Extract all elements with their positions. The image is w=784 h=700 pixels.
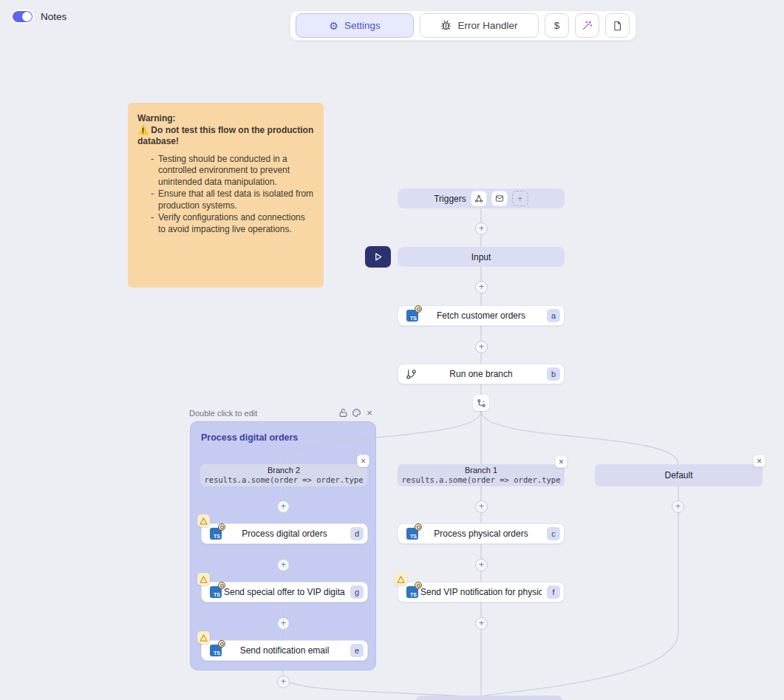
branch-label: Branch 2 bbox=[267, 466, 300, 475]
add-step-button[interactable] bbox=[277, 676, 290, 688]
step-label: Process digital orders bbox=[224, 529, 345, 539]
flow-toolbar: ⚙ Settings Error Handler $ bbox=[290, 10, 636, 41]
group-hint-label: Double click to edit bbox=[189, 409, 257, 418]
typescript-icon: TS bbox=[406, 310, 418, 322]
step-send-vip-notification[interactable]: TS Send VIP notification for physical...… bbox=[398, 582, 565, 602]
step-fetch-customer-orders[interactable]: TS Fetch customer orders a bbox=[398, 305, 565, 326]
add-trigger-button[interactable] bbox=[512, 191, 528, 206]
remove-branch-button[interactable] bbox=[357, 455, 369, 467]
typescript-icon: TS bbox=[210, 528, 222, 540]
ai-assistant-button[interactable] bbox=[575, 13, 599, 38]
note-bullet: Verify configurations and connections to… bbox=[151, 212, 314, 235]
webhook-trigger-icon[interactable] bbox=[471, 191, 487, 206]
group-process-digital-orders[interactable]: Process digital orders bbox=[190, 421, 376, 670]
branch-split-icon[interactable] bbox=[473, 395, 489, 411]
typescript-icon: TS bbox=[210, 586, 222, 598]
error-handler-button[interactable]: Error Handler bbox=[420, 13, 539, 38]
notes-toggle[interactable] bbox=[13, 11, 33, 22]
git-branch-icon bbox=[406, 369, 417, 380]
note-alert: ⚠️ Do not test this flow on the producti… bbox=[137, 125, 313, 147]
settings-button[interactable]: ⚙ Settings bbox=[296, 13, 414, 38]
step-id-badge: g bbox=[350, 585, 364, 599]
step-label: Send notification email bbox=[224, 645, 345, 656]
lock-open-icon[interactable] bbox=[336, 408, 350, 418]
step-id-badge: a bbox=[547, 309, 560, 322]
add-step-button[interactable] bbox=[475, 281, 488, 293]
toggle-knob bbox=[22, 12, 32, 21]
gear-icon: ⚙ bbox=[329, 21, 338, 31]
note-bullet: Testing should be conducted in a control… bbox=[151, 154, 314, 188]
flow-canvas: Notes ⚙ Settings Error Handler $ bbox=[0, 0, 784, 700]
settings-button-label: Settings bbox=[344, 20, 381, 31]
typescript-icon: TS bbox=[406, 528, 418, 540]
palette-icon[interactable] bbox=[350, 408, 363, 418]
input-node-label: Input bbox=[471, 252, 491, 262]
add-step-button[interactable] bbox=[475, 559, 488, 571]
add-step-button[interactable] bbox=[475, 222, 488, 235]
step-label: Send VIP notification for physical... bbox=[420, 587, 542, 597]
branch-expression: results.a.some(order => order.type bbox=[205, 475, 364, 485]
bug-icon bbox=[440, 20, 451, 31]
close-icon[interactable]: × bbox=[363, 407, 376, 418]
add-step-button[interactable] bbox=[475, 617, 488, 630]
note-title: Warning: bbox=[137, 113, 176, 123]
warning-triangle-icon[interactable] bbox=[197, 631, 210, 644]
step-label: Run one branch bbox=[420, 369, 542, 379]
branch2-node[interactable]: Branch 2 results.a.some(order => order.t… bbox=[200, 464, 367, 486]
add-step-button[interactable] bbox=[475, 341, 488, 353]
add-step-button[interactable] bbox=[475, 500, 488, 513]
warning-triangle-icon[interactable] bbox=[197, 514, 210, 527]
add-step-button[interactable] bbox=[277, 559, 290, 571]
add-step-button[interactable] bbox=[277, 500, 290, 513]
group-hint-row: Double click to edit × bbox=[189, 407, 376, 418]
warning-triangle-icon[interactable] bbox=[395, 573, 407, 585]
workers-cost-button[interactable]: $ bbox=[545, 13, 569, 38]
step-id-badge: b bbox=[547, 367, 560, 381]
note-bullet: Ensure that all test data is isolated fr… bbox=[151, 188, 314, 211]
triggers-node[interactable]: Triggers bbox=[398, 188, 565, 208]
step-label: Fetch customer orders bbox=[420, 310, 542, 321]
remove-branch-button[interactable] bbox=[555, 455, 567, 468]
add-step-button[interactable] bbox=[672, 500, 684, 513]
step-label: Send special offer to VIP digital c... bbox=[224, 587, 345, 597]
step-send-notification-email[interactable]: TS Send notification email e bbox=[201, 640, 368, 661]
triggers-label: Triggers bbox=[434, 194, 466, 204]
warning-triangle-icon[interactable] bbox=[197, 573, 210, 585]
step-send-special-offer[interactable]: TS Send special offer to VIP digital c..… bbox=[201, 582, 368, 602]
input-node[interactable]: Input bbox=[398, 247, 565, 267]
notes-toggle-label: Notes bbox=[41, 11, 67, 22]
email-trigger-icon[interactable] bbox=[491, 191, 508, 206]
branch-expression: results.a.some(order => order.type bbox=[402, 475, 561, 485]
run-flow-button[interactable] bbox=[365, 246, 391, 268]
remove-branch-button[interactable] bbox=[753, 455, 766, 467]
typescript-icon: TS bbox=[210, 645, 222, 656]
export-doc-button[interactable] bbox=[605, 13, 630, 38]
sticky-note[interactable]: Warning: ⚠️ Do not test this flow on the… bbox=[128, 103, 324, 288]
step-id-badge: e bbox=[350, 644, 364, 657]
step-id-badge: c bbox=[547, 527, 560, 540]
step-run-one-branch[interactable]: Run one branch b bbox=[398, 364, 565, 384]
step-id-badge: d bbox=[350, 527, 364, 540]
typescript-icon: TS bbox=[406, 586, 418, 598]
step-id-badge: f bbox=[547, 585, 560, 599]
step-process-digital-orders[interactable]: TS Process digital orders d bbox=[201, 523, 368, 544]
error-handler-button-label: Error Handler bbox=[457, 20, 517, 31]
connector-wires bbox=[0, 0, 784, 700]
branch1-node[interactable]: Branch 1 results.a.some(order => order.t… bbox=[398, 464, 565, 486]
branch-label: Default bbox=[664, 471, 692, 480]
step-process-physical-orders[interactable]: TS Process physical orders c bbox=[398, 523, 565, 544]
group-title: Process digital orders bbox=[201, 432, 298, 443]
branch-label: Branch 1 bbox=[465, 466, 497, 475]
wand-sparkles-icon bbox=[582, 20, 593, 31]
add-step-button[interactable] bbox=[277, 617, 290, 630]
default-branch-node[interactable]: Default bbox=[595, 464, 763, 486]
next-step-node[interactable] bbox=[416, 696, 562, 700]
note-bullet-list: Testing should be conducted in a control… bbox=[137, 154, 314, 236]
file-icon bbox=[613, 21, 623, 31]
dollar-label: $ bbox=[554, 20, 560, 31]
step-label: Process physical orders bbox=[420, 529, 542, 539]
